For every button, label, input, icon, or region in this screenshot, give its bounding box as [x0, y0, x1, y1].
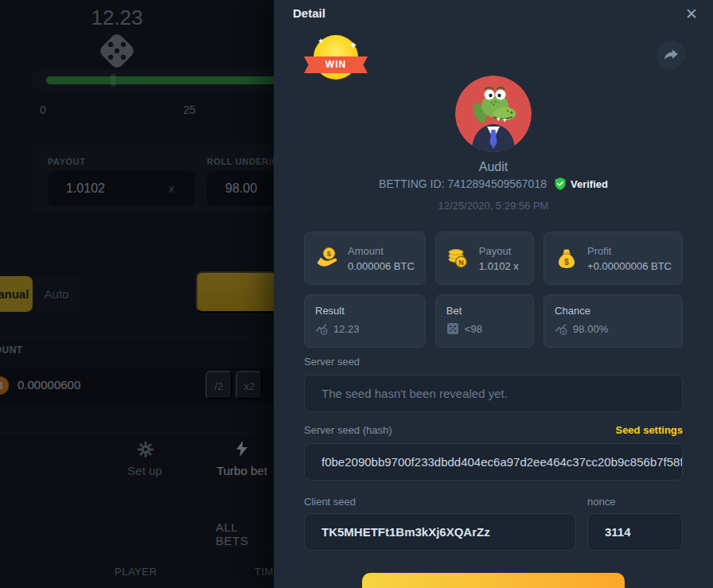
stat-card-payout: N Payout 1.0102 x	[435, 232, 534, 285]
stat-value: <98	[465, 323, 482, 335]
svg-text:N: N	[458, 258, 464, 266]
seed-settings-link[interactable]: Seed settings	[615, 424, 683, 436]
nonce-value: 3114	[605, 525, 631, 539]
stat-cards-grid: $ Amount 0.000006 BTC N Payout 1.0102 x	[304, 232, 683, 348]
chart-check-icon	[555, 322, 567, 335]
shield-check-icon	[553, 177, 567, 191]
stat-label: Payout	[479, 245, 519, 257]
chart-check-icon	[315, 322, 328, 335]
stat-value: +0.00000006 BTC	[587, 260, 672, 272]
client-seed-label: Client seed	[304, 496, 576, 508]
money-bag-icon: $	[555, 247, 579, 271]
betting-id-row: BETTING ID: 7412894509567018 Verified	[274, 177, 713, 191]
avatar	[455, 76, 532, 152]
svg-text:$: $	[564, 257, 569, 266]
stat-label: Result	[315, 305, 415, 317]
coins-icon: N	[446, 247, 470, 271]
sparkle-icon: ✦	[349, 40, 357, 51]
stat-label: Amount	[348, 245, 415, 257]
server-seed-hash-label: Server seed (hash)	[304, 424, 392, 436]
verified-badge: Verified	[553, 177, 608, 191]
betting-id: BETTING ID: 7412894509567018	[379, 177, 547, 190]
close-icon[interactable]: ✕	[681, 3, 702, 24]
win-badge-label: WIN	[304, 56, 368, 73]
server-seed-input[interactable]: The seed hasn't been revealed yet.	[304, 375, 683, 412]
stat-label: Bet	[446, 305, 523, 317]
stat-card-amount: $ Amount 0.000006 BTC	[304, 232, 426, 285]
share-button[interactable]	[657, 41, 685, 69]
sparkle-icon: ✦	[318, 37, 324, 45]
dice-icon	[446, 322, 459, 335]
server-seed-hash-value: f0be2090bb9700f233dbdd404ec6a97d2ee464c3…	[321, 455, 683, 469]
verified-label: Verified	[571, 178, 608, 190]
verify-button[interactable]: Verify	[362, 573, 625, 588]
bet-timestamp: 12/25/2020, 5:29:56 PM	[274, 200, 713, 212]
stat-value: 0.000006 BTC	[348, 260, 415, 272]
stat-label: Chance	[555, 305, 672, 317]
win-badge: ✦ ✦ WIN	[304, 35, 368, 84]
stat-card-result: Result 12.23	[304, 294, 426, 348]
stat-label: Profit	[587, 245, 672, 257]
modal-backdrop	[0, 0, 274, 588]
svg-text:$: $	[327, 249, 332, 258]
nonce-label: nonce	[587, 496, 683, 508]
share-arrow-icon	[662, 46, 680, 64]
stat-card-chance: Chance 98.00%	[544, 294, 683, 348]
modal-title: Detail	[293, 6, 325, 20]
player-name: Audit	[274, 160, 713, 174]
hand-coin-icon: $	[315, 247, 339, 271]
stat-value: 1.0102 x	[479, 260, 519, 272]
dice-game-panel: 12.23 0 25 PAYOUT 1.0102 x ROLL UNDER/OV…	[0, 0, 274, 588]
stat-value: 98.00%	[573, 323, 608, 335]
client-seed-value: TK5MHETFt1Bm3kXj6XQArZz	[321, 525, 490, 539]
client-seed-input[interactable]: TK5MHETFt1Bm3kXj6XQArZz	[304, 513, 576, 551]
seed-section: Server seed The seed hasn't been reveale…	[304, 350, 683, 588]
stat-card-profit: $ Profit +0.00000006 BTC	[544, 232, 683, 285]
nonce-input[interactable]: 3114	[587, 513, 683, 551]
stat-value: 12.23	[333, 323, 360, 335]
server-seed-value: The seed hasn't been revealed yet.	[321, 387, 508, 400]
server-seed-hash-input[interactable]: f0be2090bb9700f233dbdd404ec6a97d2ee464c3…	[304, 443, 683, 481]
stat-card-bet: Bet <98	[435, 294, 534, 348]
server-seed-label: Server seed	[304, 356, 683, 368]
bet-detail-modal: Detail ✕ ✦ ✦ WIN	[274, 0, 713, 588]
